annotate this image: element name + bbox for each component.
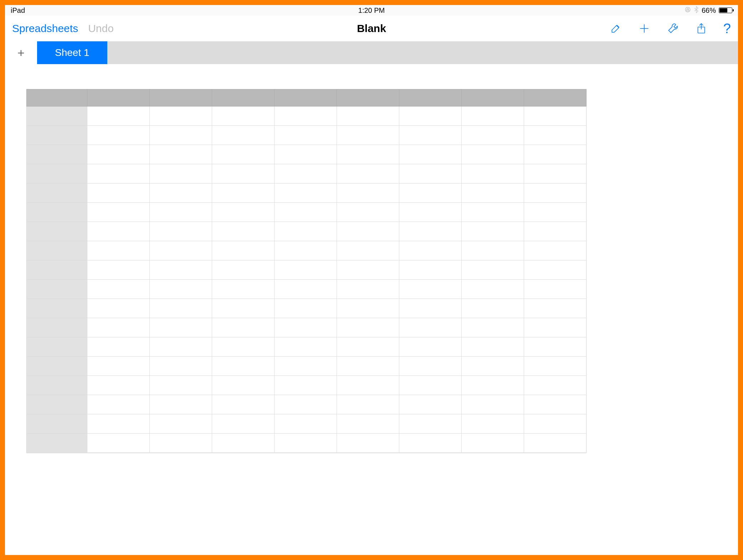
cell[interactable] (275, 183, 337, 203)
cell[interactable] (524, 260, 586, 280)
cell[interactable] (337, 241, 399, 260)
cell[interactable] (399, 183, 462, 203)
cell[interactable] (399, 203, 462, 222)
cell[interactable] (212, 299, 275, 318)
cell[interactable] (337, 434, 399, 453)
cell[interactable] (524, 107, 586, 126)
cell[interactable] (87, 126, 150, 145)
row-header[interactable] (27, 145, 87, 164)
row-header[interactable] (27, 222, 87, 241)
cell[interactable] (87, 318, 150, 337)
cell[interactable] (462, 164, 524, 183)
cell[interactable] (150, 299, 212, 318)
row-header[interactable] (27, 357, 87, 376)
cell[interactable] (275, 126, 337, 145)
cell[interactable] (462, 183, 524, 203)
cell[interactable] (275, 414, 337, 434)
cell[interactable] (150, 203, 212, 222)
cell[interactable] (275, 280, 337, 299)
spreadsheet-canvas[interactable] (5, 64, 738, 555)
cell[interactable] (462, 318, 524, 337)
row-header[interactable] (27, 126, 87, 145)
cell[interactable] (399, 260, 462, 280)
cell[interactable] (399, 299, 462, 318)
cell[interactable] (150, 337, 212, 357)
cell[interactable] (275, 222, 337, 241)
cell[interactable] (212, 376, 275, 395)
cell[interactable] (87, 357, 150, 376)
cell[interactable] (524, 434, 586, 453)
cell[interactable] (150, 414, 212, 434)
cell[interactable] (150, 164, 212, 183)
spreadsheet-grid[interactable] (26, 89, 586, 453)
column-header[interactable] (399, 89, 462, 107)
row-header[interactable] (27, 241, 87, 260)
column-header[interactable] (150, 89, 212, 107)
row-header[interactable] (27, 434, 87, 453)
row-header[interactable] (27, 203, 87, 222)
cell[interactable] (212, 126, 275, 145)
cell[interactable] (337, 318, 399, 337)
cell[interactable] (462, 299, 524, 318)
cell[interactable] (524, 357, 586, 376)
cell[interactable] (212, 280, 275, 299)
cell[interactable] (275, 145, 337, 164)
cell[interactable] (212, 107, 275, 126)
cell[interactable] (462, 145, 524, 164)
sheet-tab-active[interactable]: Sheet 1 (37, 41, 107, 64)
cell[interactable] (462, 376, 524, 395)
row-header[interactable] (27, 280, 87, 299)
row-header[interactable] (27, 376, 87, 395)
cell[interactable] (275, 164, 337, 183)
cell[interactable] (212, 241, 275, 260)
cell[interactable] (212, 395, 275, 414)
cell[interactable] (212, 260, 275, 280)
undo-button[interactable]: Undo (88, 22, 114, 35)
cell[interactable] (275, 337, 337, 357)
cell[interactable] (275, 434, 337, 453)
cell[interactable] (399, 434, 462, 453)
cell[interactable] (150, 126, 212, 145)
cell[interactable] (337, 107, 399, 126)
row-header[interactable] (27, 299, 87, 318)
cell[interactable] (337, 203, 399, 222)
column-header[interactable] (337, 89, 399, 107)
cell[interactable] (462, 337, 524, 357)
cell[interactable] (524, 280, 586, 299)
cell[interactable] (399, 145, 462, 164)
column-header[interactable] (524, 89, 586, 107)
cell[interactable] (212, 203, 275, 222)
add-sheet-button[interactable]: + (5, 41, 37, 64)
cell[interactable] (399, 164, 462, 183)
cell[interactable] (337, 183, 399, 203)
cell[interactable] (275, 395, 337, 414)
cell[interactable] (337, 222, 399, 241)
cell[interactable] (87, 260, 150, 280)
cell[interactable] (150, 241, 212, 260)
cell[interactable] (524, 203, 586, 222)
row-header[interactable] (27, 107, 87, 126)
cell[interactable] (524, 376, 586, 395)
cell[interactable] (337, 395, 399, 414)
row-header[interactable] (27, 183, 87, 203)
cell[interactable] (150, 318, 212, 337)
cell[interactable] (462, 357, 524, 376)
cell[interactable] (150, 222, 212, 241)
cell[interactable] (87, 299, 150, 318)
cell[interactable] (275, 107, 337, 126)
cell[interactable] (212, 357, 275, 376)
cell[interactable] (87, 376, 150, 395)
insert-plus-icon[interactable] (638, 22, 651, 35)
row-header[interactable] (27, 337, 87, 357)
column-header[interactable] (275, 89, 337, 107)
cell[interactable] (462, 126, 524, 145)
cell[interactable] (87, 183, 150, 203)
cell[interactable] (87, 434, 150, 453)
cell[interactable] (212, 414, 275, 434)
cell[interactable] (212, 318, 275, 337)
cell[interactable] (150, 434, 212, 453)
cell[interactable] (462, 203, 524, 222)
cell[interactable] (524, 299, 586, 318)
cell[interactable] (524, 414, 586, 434)
cell[interactable] (150, 145, 212, 164)
